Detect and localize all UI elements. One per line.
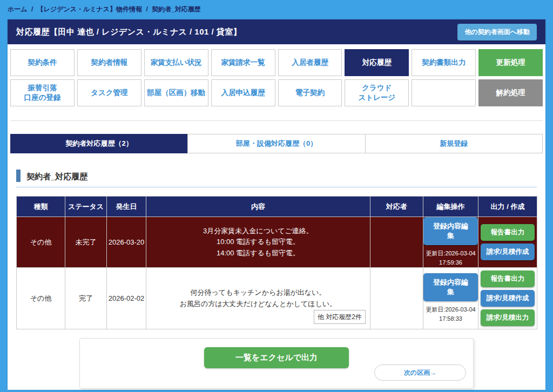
updated-at: 更新日:2026-03-04 17:58:33: [423, 305, 478, 323]
page-title: 対応履歴【田中 達也 / レジデンス・ルミナス / 101 / 貸室】: [16, 27, 241, 37]
breadcrumb-item-property-info[interactable]: 【レジデンス・ルミナス】物件情報: [37, 5, 143, 13]
cell-output: 報告書出力 請求/見積作成 請求/見積出力: [478, 268, 537, 329]
nav-button-task-management[interactable]: タスク管理: [77, 79, 141, 106]
content-line: お風呂の方は大丈夫だけどなんとかしてほしい。: [153, 299, 363, 309]
nav-grid: 契約条件 契約者情報 家賃支払い状況 家賃請求一覧 入居者履歴 対応履歴 契約書…: [8, 44, 545, 106]
nav-button-renewal-process[interactable]: 更新処理: [478, 49, 543, 76]
section-header: 契約者_対応履歴: [16, 170, 537, 187]
tab-bar: 契約者対応履歴（2） 部屋・設備対応履歴（0） 新規登録: [10, 134, 543, 153]
cell-edit: 登録内容編集 更新日:2026-03-04 17:58:33: [423, 268, 478, 329]
invoice-estimate-create-button[interactable]: 請求/見積作成: [481, 290, 535, 307]
nav-button-contract-terms[interactable]: 契約条件: [10, 49, 75, 76]
content-line: 10:00 電話するも留守電。: [153, 236, 363, 247]
nav-button-contractor-info[interactable]: 契約者情報: [77, 49, 141, 76]
column-header-edit: 編集操作: [423, 197, 478, 217]
cell-content: 3月分家賃未入金についてご連絡。 10:00 電話するも留守電。 14:00 電…: [146, 217, 370, 268]
nav-button-cancellation-process[interactable]: 解約処理: [478, 79, 543, 106]
excel-export-button[interactable]: 一覧をエクセルで出力: [204, 347, 349, 368]
column-header-staff: 対応者: [370, 197, 423, 217]
next-section-button[interactable]: 次の区画→: [374, 364, 466, 381]
nav-button-contract-documents-output[interactable]: 契約書類出力: [412, 49, 476, 76]
updated-date: 更新日:2026-03-04: [423, 305, 478, 314]
nav-button-empty: [412, 79, 476, 106]
tab-room-equipment-response-history[interactable]: 部屋・設備対応履歴（0）: [187, 134, 365, 153]
response-history-table: 種類 ステータス 発生日 内容 対応者 編集操作 出力 / 作成 その他 未完了…: [16, 196, 537, 329]
report-output-button[interactable]: 報告書出力: [481, 271, 535, 287]
nav-button-transfer-account-registration[interactable]: 振替引落 口座の登録: [10, 79, 75, 106]
updated-at: 更新日:2026-03-04 17:59:36: [423, 249, 478, 267]
section-title: 契約者_対応履歴: [26, 170, 87, 182]
nav-button-electronic-contract[interactable]: 電子契約: [278, 79, 342, 106]
nav-button-application-history[interactable]: 入居申込履歴: [211, 79, 275, 106]
column-header-type: 種類: [17, 197, 65, 217]
cell-edit: 登録内容編集 更新日:2026-03-04 17:59:36: [423, 217, 478, 268]
cell-type: その他: [17, 217, 65, 268]
column-header-date: 発生日: [107, 197, 146, 217]
cell-status: 完了: [65, 268, 107, 329]
nav-button-cloud-storage[interactable]: クラウド ストレージ: [345, 79, 409, 106]
cell-date: 2026-03-20: [107, 217, 146, 268]
table-row-complete: その他 完了 2026-02-02 何分待ってもキッチンからお湯が出ない。 お風…: [17, 268, 537, 329]
updated-date: 更新日:2026-03-04: [423, 249, 478, 258]
nav-button-rent-payment-status[interactable]: 家賃支払い状況: [144, 49, 208, 76]
content-line: 何分待ってもキッチンからお湯が出ない。: [153, 287, 363, 298]
report-output-button[interactable]: 報告書出力: [481, 224, 535, 241]
breadcrumb-item-home[interactable]: ホーム: [8, 5, 28, 13]
cell-staff: [370, 268, 423, 329]
nav-button-response-history[interactable]: 対応履歴: [345, 49, 409, 76]
more-history-badge[interactable]: 他 対応履歴2件: [314, 310, 366, 325]
move-to-other-contractor-button[interactable]: 他の契約者画面へ移動: [457, 24, 537, 40]
nav-button-rent-billing-list[interactable]: 家賃請求一覧: [211, 49, 275, 76]
divider: [10, 120, 543, 121]
column-header-status: ステータス: [65, 197, 107, 217]
edit-registration-button[interactable]: 登録内容編集: [423, 273, 478, 301]
cell-output: 報告書出力 請求/見積作成: [478, 217, 537, 268]
cell-status: 未完了: [65, 217, 107, 268]
edit-registration-button[interactable]: 登録内容編集: [423, 217, 478, 245]
nav-button-resident-history[interactable]: 入居者履歴: [278, 49, 342, 76]
column-header-content: 内容: [146, 197, 370, 217]
table-row-incomplete: その他 未完了 2026-03-20 3月分家賃未入金についてご連絡。 10:0…: [17, 217, 537, 268]
cell-staff: [370, 217, 423, 268]
cell-content: 何分待ってもキッチンからお湯が出ない。 お風呂の方は大丈夫だけどなんとかしてほし…: [146, 268, 370, 329]
section-accent-bar: [16, 170, 21, 182]
updated-time: 17:58:33: [423, 314, 478, 323]
cell-type: その他: [17, 268, 65, 329]
cell-date: 2026-02-02: [107, 268, 146, 329]
breadcrumb: ホーム / 【レジデンス・ルミナス】物件情報 / 契約者_対応履歴: [0, 0, 553, 19]
main-panel: 対応履歴【田中 達也 / レジデンス・ルミナス / 101 / 貸室】 他の契約…: [8, 19, 545, 390]
column-header-output: 出力 / 作成: [478, 197, 537, 217]
invoice-estimate-output-button[interactable]: 請求/見積出力: [481, 309, 535, 326]
invoice-estimate-create-button[interactable]: 請求/見積作成: [481, 244, 535, 260]
tab-contractor-response-history[interactable]: 契約者対応履歴（2）: [10, 134, 188, 153]
breadcrumb-separator: /: [31, 5, 33, 13]
breadcrumb-item-current: 契約者_対応履歴: [152, 5, 201, 13]
footer-card: 一覧をエクセルで出力 次の区画→: [79, 338, 474, 389]
table-header-row: 種類 ステータス 発生日 内容 対応者 編集操作 出力 / 作成: [17, 197, 537, 217]
page-header: 対応履歴【田中 達也 / レジデンス・ルミナス / 101 / 貸室】 他の契約…: [8, 19, 545, 44]
content-line: 14:00 電話するも留守電。: [153, 248, 363, 259]
updated-time: 17:59:36: [423, 258, 478, 267]
nav-button-room-section-move[interactable]: 部屋（区画）移動: [144, 79, 208, 106]
content-line: 3月分家賃未入金についてご連絡。: [153, 226, 363, 236]
tab-new-registration[interactable]: 新規登録: [365, 134, 543, 153]
breadcrumb-separator: /: [146, 5, 147, 13]
